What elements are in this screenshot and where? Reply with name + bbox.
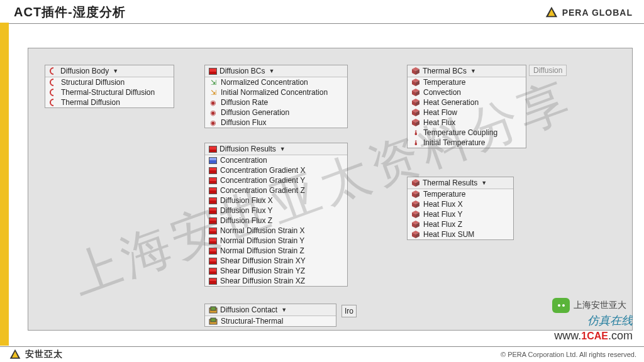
menu-item[interactable]: Heat Flux Y [408, 209, 513, 219]
menu-item[interactable]: Concentration Gradient Z [205, 185, 347, 195]
menu-item[interactable]: Concentration Gradient Y [205, 175, 347, 185]
menu-item[interactable]: Concentration Gradient X [205, 165, 347, 175]
menu-thermal-bcs[interactable]: Thermal BCs ▼ Temperature Convection Hea… [407, 65, 526, 148]
chevron-down-icon: ▼ [113, 68, 118, 74]
menu-item[interactable]: Thermal-Structural Diffusion [45, 87, 174, 97]
menu-item[interactable]: ◉Diffusion Rate [205, 97, 347, 107]
left-accent-bar [0, 23, 9, 346]
menu-item[interactable]: Temperature [408, 77, 526, 87]
menu-item[interactable]: Heat Flux Z [408, 219, 513, 229]
page-title: ACT插件-湿度分析 [14, 4, 126, 21]
menu-item[interactable]: Thermal Diffusion [45, 97, 174, 107]
diffusion-tag[interactable]: Diffusion [529, 65, 567, 76]
menu-item[interactable]: ⇲Normalized Concentration [205, 77, 347, 87]
menu-head-diffusion-bcs[interactable]: Diffusion BCs ▼ [205, 65, 347, 77]
menu-item[interactable]: Convection [408, 87, 526, 97]
menu-item[interactable]: Structural Diffusion [45, 77, 174, 87]
menu-item[interactable]: Diffusion Flux Y [205, 206, 347, 216]
cube-icon [411, 108, 420, 117]
wechat-icon [552, 298, 570, 313]
result-item-icon [209, 268, 217, 275]
menu-item[interactable]: Heat Flux [408, 118, 526, 128]
pera-icon [9, 348, 21, 361]
menu-head-diffusion-body[interactable]: Diffusion Body ▼ [45, 65, 174, 77]
menu-diffusion-bcs[interactable]: Diffusion BCs ▼ ⇲Normalized Concentratio… [204, 65, 348, 128]
website-link[interactable]: www.1CAE.com [554, 329, 633, 343]
result-item-icon [209, 248, 217, 255]
cube-icon [411, 200, 420, 209]
menu-head-diffusion-contact[interactable]: Diffusion Contact ▼ [205, 304, 336, 316]
chevron-down-icon: ▼ [280, 146, 286, 152]
initial-icon: ⇲ [209, 88, 218, 97]
menu-head-thermal-bcs[interactable]: Thermal BCs ▼ [408, 65, 526, 77]
result-item-icon [209, 278, 217, 285]
thermometer-icon: 🌡 [411, 128, 420, 137]
cube-icon [411, 78, 420, 87]
menu-item[interactable]: Concentration [205, 155, 347, 165]
menu-item[interactable]: ⇲Initial Normalized Concentration [205, 87, 347, 97]
menu-item[interactable]: Shear Diffusion Strain XY [205, 256, 347, 266]
brand-logo: PERA GLOBAL [545, 6, 633, 19]
result-item-icon [209, 207, 217, 214]
menu-item[interactable]: ◉Diffusion Generation [205, 107, 347, 118]
menu-diffusion-contact[interactable]: Diffusion Contact ▼ Structural-Thermal [204, 304, 336, 327]
menu-item[interactable]: Shear Diffusion Strain XZ [205, 276, 347, 286]
menu-item[interactable]: Diffusion Flux X [205, 195, 347, 206]
menu-head-diffusion-results[interactable]: Diffusion Results ▼ [205, 143, 347, 155]
result-item-icon [209, 177, 217, 184]
menu-item[interactable]: Normal Diffusion Strain Y [205, 236, 347, 246]
menu-title: Diffusion Contact [220, 305, 277, 314]
cube-icon [411, 220, 420, 229]
contact-icon [209, 305, 218, 314]
menu-title: Diffusion Body [60, 67, 109, 75]
menu-item[interactable]: Shear Diffusion Strain YZ [205, 266, 347, 276]
generation-icon: ◉ [209, 108, 218, 117]
menu-item[interactable]: Heat Flux X [408, 199, 513, 209]
cube-icon [411, 230, 420, 239]
menu-item[interactable]: 🌡Temperature Coupling [408, 128, 526, 138]
menu-head-thermal-results[interactable]: Thermal Results ▼ [408, 177, 513, 189]
cube-icon [411, 118, 420, 127]
chevron-down-icon: ▼ [269, 68, 274, 74]
body-icon [49, 78, 58, 87]
pera-icon [545, 6, 558, 19]
menu-title: Thermal Results [423, 178, 477, 187]
result-item-icon [209, 157, 217, 164]
rate-icon: ◉ [209, 98, 218, 107]
cube-icon [411, 88, 420, 97]
cube-icon [411, 210, 420, 219]
menu-diffusion-results[interactable]: Diffusion Results ▼ Concentration Concen… [204, 143, 348, 287]
menu-item[interactable]: Heat Flow [408, 107, 526, 118]
menu-title: Diffusion BCs [219, 67, 265, 75]
cube-icon [411, 178, 420, 187]
chevron-down-icon: ▼ [281, 307, 287, 313]
truncated-toolbar-item[interactable]: Iro [341, 305, 357, 317]
footer-bar: 安世亞太 © PERA Corporation Ltd. All rights … [0, 346, 644, 362]
concentration-icon: ⇲ [209, 78, 218, 87]
result-item-icon [209, 167, 217, 174]
menu-item[interactable]: Structural-Thermal [205, 316, 336, 326]
menu-item[interactable]: ◉Diffusion Flux [205, 118, 347, 128]
menu-item[interactable]: 🌡Initial Temperature [408, 138, 526, 148]
wechat-badge: 上海安世亚大 [552, 298, 626, 313]
svg-rect-3 [211, 307, 216, 310]
link-box: 仿真在线 www.1CAE.com [554, 314, 633, 343]
menu-item[interactable]: Temperature [408, 189, 513, 199]
menu-thermal-results[interactable]: Thermal Results ▼ Temperature Heat Flux … [407, 177, 514, 240]
contact-icon [209, 317, 218, 326]
result-item-icon [209, 197, 217, 204]
menu-item[interactable]: Normal Diffusion Strain X [205, 226, 347, 236]
body-icon [49, 67, 58, 75]
menu-item[interactable]: Diffusion Flux Z [205, 216, 347, 226]
footer-brand: 安世亞太 [9, 348, 63, 361]
menu-item[interactable]: Normal Diffusion Strain Z [205, 246, 347, 256]
result-item-icon [209, 258, 217, 265]
content-panel: Diffusion Body ▼ Structural Diffusion Th… [28, 48, 633, 331]
menu-title: Thermal BCs [423, 67, 467, 75]
result-item-icon [209, 228, 217, 234]
chevron-down-icon: ▼ [481, 180, 487, 186]
menu-item[interactable]: Heat Flux SUM [408, 229, 513, 239]
menu-item[interactable]: Heat Generation [408, 97, 526, 107]
menu-diffusion-body[interactable]: Diffusion Body ▼ Structural Diffusion Th… [45, 65, 174, 108]
cube-icon [411, 98, 420, 107]
